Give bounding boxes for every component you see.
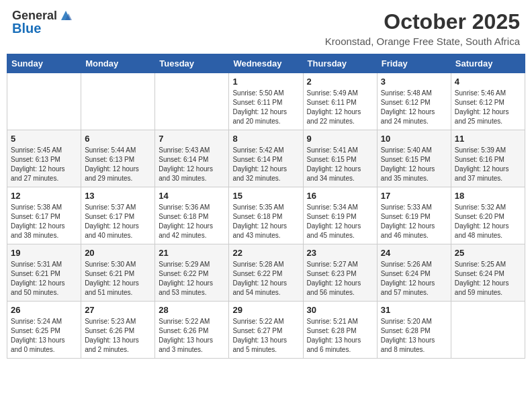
weekday-header-tuesday: Tuesday bbox=[155, 54, 229, 73]
day-info: Sunrise: 5:23 AMSunset: 6:26 PMDaylight:… bbox=[85, 317, 151, 355]
calendar-cell: 22Sunrise: 5:28 AMSunset: 6:22 PMDayligh… bbox=[229, 244, 303, 302]
day-info: Sunrise: 5:21 AMSunset: 6:28 PMDaylight:… bbox=[307, 317, 373, 355]
day-info: Sunrise: 5:30 AMSunset: 6:21 PMDaylight:… bbox=[85, 260, 151, 298]
calendar-cell: 11Sunrise: 5:39 AMSunset: 6:16 PMDayligh… bbox=[451, 130, 525, 187]
day-info: Sunrise: 5:40 AMSunset: 6:15 PMDaylight:… bbox=[381, 146, 447, 183]
month-title: October 2025 bbox=[325, 9, 520, 34]
day-number: 9 bbox=[307, 134, 373, 144]
day-number: 1 bbox=[232, 77, 299, 87]
day-number: 24 bbox=[381, 248, 447, 258]
calendar-cell: 5Sunrise: 5:45 AMSunset: 6:13 PMDaylight… bbox=[7, 130, 81, 187]
calendar-cell: 28Sunrise: 5:22 AMSunset: 6:26 PMDayligh… bbox=[155, 302, 229, 359]
calendar: SundayMondayTuesdayWednesdayThursdayFrid… bbox=[7, 54, 525, 359]
day-number: 13 bbox=[85, 191, 151, 201]
week-row-4: 19Sunrise: 5:31 AMSunset: 6:21 PMDayligh… bbox=[7, 244, 525, 302]
calendar-cell: 25Sunrise: 5:25 AMSunset: 6:24 PMDayligh… bbox=[451, 244, 525, 302]
calendar-cell: 17Sunrise: 5:33 AMSunset: 6:19 PMDayligh… bbox=[377, 187, 451, 244]
day-info: Sunrise: 5:42 AMSunset: 6:14 PMDaylight:… bbox=[232, 146, 299, 183]
day-number: 14 bbox=[159, 191, 225, 201]
calendar-cell: 29Sunrise: 5:22 AMSunset: 6:27 PMDayligh… bbox=[229, 302, 303, 359]
day-info: Sunrise: 5:39 AMSunset: 6:16 PMDaylight:… bbox=[455, 146, 521, 183]
week-row-3: 12Sunrise: 5:38 AMSunset: 6:17 PMDayligh… bbox=[7, 187, 525, 244]
title-block: October 2025 Kroonstad, Orange Free Stat… bbox=[325, 9, 520, 47]
day-info: Sunrise: 5:32 AMSunset: 6:20 PMDaylight:… bbox=[455, 203, 521, 240]
calendar-cell: 13Sunrise: 5:37 AMSunset: 6:17 PMDayligh… bbox=[81, 187, 155, 244]
day-info: Sunrise: 5:28 AMSunset: 6:22 PMDaylight:… bbox=[232, 260, 299, 298]
calendar-cell: 26Sunrise: 5:24 AMSunset: 6:25 PMDayligh… bbox=[7, 302, 81, 359]
calendar-cell: 12Sunrise: 5:38 AMSunset: 6:17 PMDayligh… bbox=[7, 187, 81, 244]
day-number: 2 bbox=[307, 77, 373, 87]
calendar-cell bbox=[451, 302, 525, 359]
day-number: 18 bbox=[455, 191, 521, 201]
day-info: Sunrise: 5:35 AMSunset: 6:18 PMDaylight:… bbox=[232, 203, 299, 240]
day-info: Sunrise: 5:29 AMSunset: 6:22 PMDaylight:… bbox=[159, 260, 225, 298]
calendar-cell: 31Sunrise: 5:20 AMSunset: 6:28 PMDayligh… bbox=[377, 302, 451, 359]
week-row-5: 26Sunrise: 5:24 AMSunset: 6:25 PMDayligh… bbox=[7, 302, 525, 359]
day-info: Sunrise: 5:50 AMSunset: 6:11 PMDaylight:… bbox=[232, 89, 299, 126]
day-info: Sunrise: 5:24 AMSunset: 6:25 PMDaylight:… bbox=[11, 317, 77, 355]
logo-icon bbox=[58, 8, 73, 23]
subtitle: Kroonstad, Orange Free State, South Afri… bbox=[325, 36, 520, 47]
day-number: 11 bbox=[455, 134, 521, 144]
week-row-2: 5Sunrise: 5:45 AMSunset: 6:13 PMDaylight… bbox=[7, 130, 525, 187]
day-info: Sunrise: 5:26 AMSunset: 6:24 PMDaylight:… bbox=[381, 260, 447, 298]
day-number: 23 bbox=[307, 248, 373, 258]
day-info: Sunrise: 5:27 AMSunset: 6:23 PMDaylight:… bbox=[307, 260, 373, 298]
weekday-header-row: SundayMondayTuesdayWednesdayThursdayFrid… bbox=[7, 54, 525, 73]
day-number: 19 bbox=[11, 248, 77, 258]
day-info: Sunrise: 5:48 AMSunset: 6:12 PMDaylight:… bbox=[381, 89, 447, 126]
day-number: 28 bbox=[159, 305, 225, 315]
calendar-cell: 7Sunrise: 5:43 AMSunset: 6:14 PMDaylight… bbox=[155, 130, 229, 187]
weekday-header-friday: Friday bbox=[377, 54, 451, 73]
day-number: 5 bbox=[11, 134, 77, 144]
calendar-cell: 6Sunrise: 5:44 AMSunset: 6:13 PMDaylight… bbox=[81, 130, 155, 187]
day-info: Sunrise: 5:25 AMSunset: 6:24 PMDaylight:… bbox=[455, 260, 521, 298]
calendar-cell: 15Sunrise: 5:35 AMSunset: 6:18 PMDayligh… bbox=[229, 187, 303, 244]
calendar-cell: 18Sunrise: 5:32 AMSunset: 6:20 PMDayligh… bbox=[451, 187, 525, 244]
calendar-cell: 10Sunrise: 5:40 AMSunset: 6:15 PMDayligh… bbox=[377, 130, 451, 187]
day-number: 16 bbox=[307, 191, 373, 201]
weekday-header-monday: Monday bbox=[81, 54, 155, 73]
day-number: 6 bbox=[85, 134, 151, 144]
day-number: 8 bbox=[232, 134, 299, 144]
calendar-cell: 8Sunrise: 5:42 AMSunset: 6:14 PMDaylight… bbox=[229, 130, 303, 187]
day-info: Sunrise: 5:38 AMSunset: 6:17 PMDaylight:… bbox=[11, 203, 77, 240]
calendar-cell bbox=[155, 73, 229, 130]
day-info: Sunrise: 5:37 AMSunset: 6:17 PMDaylight:… bbox=[85, 203, 151, 240]
calendar-cell: 2Sunrise: 5:49 AMSunset: 6:11 PMDaylight… bbox=[303, 73, 377, 130]
logo-blue: Blue bbox=[12, 21, 41, 36]
calendar-cell: 19Sunrise: 5:31 AMSunset: 6:21 PMDayligh… bbox=[7, 244, 81, 302]
weekday-header-wednesday: Wednesday bbox=[229, 54, 303, 73]
day-number: 12 bbox=[11, 191, 77, 201]
day-number: 21 bbox=[159, 248, 225, 258]
day-info: Sunrise: 5:31 AMSunset: 6:21 PMDaylight:… bbox=[11, 260, 77, 298]
calendar-cell bbox=[81, 73, 155, 130]
day-number: 27 bbox=[85, 305, 151, 315]
day-info: Sunrise: 5:46 AMSunset: 6:12 PMDaylight:… bbox=[455, 89, 521, 126]
day-info: Sunrise: 5:22 AMSunset: 6:26 PMDaylight:… bbox=[159, 317, 225, 355]
day-number: 25 bbox=[455, 248, 521, 258]
day-info: Sunrise: 5:22 AMSunset: 6:27 PMDaylight:… bbox=[232, 317, 299, 355]
day-number: 26 bbox=[11, 305, 77, 315]
day-number: 30 bbox=[307, 305, 373, 315]
day-info: Sunrise: 5:34 AMSunset: 6:19 PMDaylight:… bbox=[307, 203, 373, 240]
day-info: Sunrise: 5:33 AMSunset: 6:19 PMDaylight:… bbox=[381, 203, 447, 240]
day-info: Sunrise: 5:44 AMSunset: 6:13 PMDaylight:… bbox=[85, 146, 151, 183]
weekday-header-saturday: Saturday bbox=[451, 54, 525, 73]
calendar-cell: 21Sunrise: 5:29 AMSunset: 6:22 PMDayligh… bbox=[155, 244, 229, 302]
weekday-header-thursday: Thursday bbox=[303, 54, 377, 73]
weekday-header-sunday: Sunday bbox=[7, 54, 81, 73]
day-info: Sunrise: 5:49 AMSunset: 6:11 PMDaylight:… bbox=[307, 89, 373, 126]
day-info: Sunrise: 5:41 AMSunset: 6:15 PMDaylight:… bbox=[307, 146, 373, 183]
header: General Blue October 2025 Kroonstad, Ora… bbox=[7, 7, 525, 50]
calendar-cell: 30Sunrise: 5:21 AMSunset: 6:28 PMDayligh… bbox=[303, 302, 377, 359]
day-number: 10 bbox=[381, 134, 447, 144]
day-number: 22 bbox=[232, 248, 299, 258]
day-info: Sunrise: 5:36 AMSunset: 6:18 PMDaylight:… bbox=[159, 203, 225, 240]
logo: General Blue bbox=[12, 9, 73, 36]
day-number: 29 bbox=[232, 305, 299, 315]
day-number: 15 bbox=[232, 191, 299, 201]
day-info: Sunrise: 5:43 AMSunset: 6:14 PMDaylight:… bbox=[159, 146, 225, 183]
calendar-cell: 9Sunrise: 5:41 AMSunset: 6:15 PMDaylight… bbox=[303, 130, 377, 187]
calendar-cell: 14Sunrise: 5:36 AMSunset: 6:18 PMDayligh… bbox=[155, 187, 229, 244]
